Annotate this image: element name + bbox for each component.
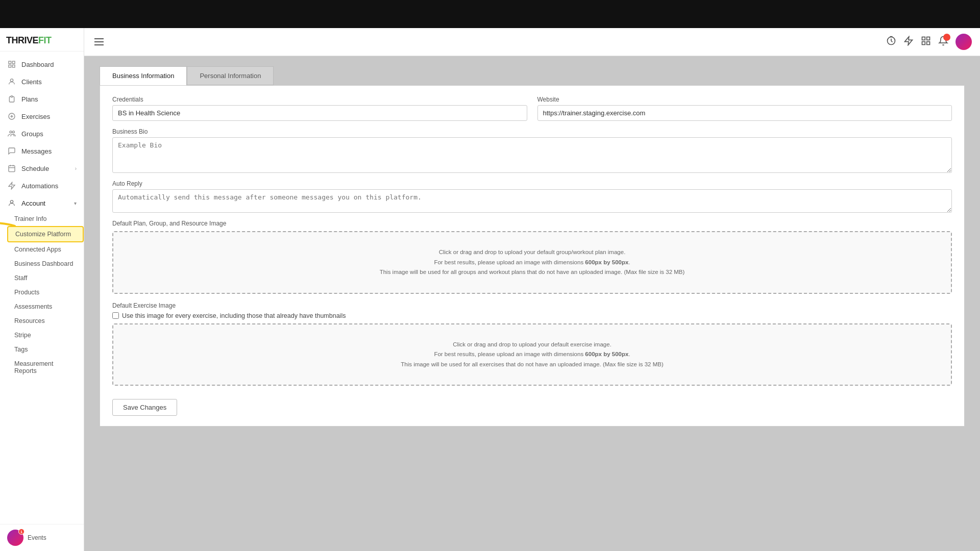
grid-icon[interactable] — [921, 36, 931, 48]
sidebar-item-label: Exercises — [21, 113, 50, 120]
hamburger-line — [94, 44, 104, 45]
sidebar-item-label: Schedule — [21, 165, 49, 172]
automations-icon — [7, 181, 16, 190]
header-icons — [886, 34, 972, 50]
tab-bar: Business Information Personal Informatio… — [100, 66, 965, 85]
plans-icon — [7, 94, 16, 104]
sidebar-item-assessments[interactable]: Assessments — [7, 299, 84, 314]
groups-icon — [7, 129, 16, 138]
default-plan-image-section: Default Plan, Group, and Resource Image … — [112, 220, 952, 294]
sub-nav-label: Trainer Info — [14, 215, 46, 222]
user-avatar: 1 — [7, 530, 23, 546]
sidebar-item-label: Groups — [21, 130, 43, 138]
sidebar-item-clients[interactable]: Clients — [0, 73, 84, 90]
schedule-icon — [7, 164, 16, 173]
sidebar-item-automations[interactable]: Automations — [0, 177, 84, 194]
header-user-avatar[interactable] — [955, 34, 972, 50]
sidebar: THRIVEFIT Dashboard Clients Plans — [0, 28, 84, 551]
hamburger-button[interactable] — [92, 36, 106, 47]
credentials-group: Credentials — [112, 96, 527, 121]
website-label: Website — [537, 96, 952, 103]
exercise-image-checkbox[interactable] — [112, 312, 119, 319]
sidebar-item-business-dashboard[interactable]: Business Dashboard — [7, 257, 84, 271]
sidebar-item-exercises[interactable]: Exercises — [0, 108, 84, 125]
default-exercise-upload-text: Click or drag and drop to upload your de… — [124, 340, 941, 370]
auto-reply-label: Auto Reply — [112, 180, 952, 187]
sidebar-item-resources[interactable]: Resources — [7, 314, 84, 328]
sidebar-item-label: Messages — [21, 147, 52, 155]
account-icon — [7, 198, 16, 208]
sidebar-item-groups[interactable]: Groups — [0, 125, 84, 142]
auto-reply-textarea[interactable] — [112, 189, 952, 213]
chevron-down-icon: ▾ — [74, 201, 77, 206]
auto-reply-group: Auto Reply — [112, 180, 952, 213]
svg-rect-0 — [9, 61, 11, 64]
clients-icon — [7, 77, 16, 86]
svg-rect-2 — [9, 65, 11, 67]
sidebar-item-plans[interactable]: Plans — [0, 90, 84, 108]
sub-nav-label: Stripe — [14, 332, 31, 339]
sub-nav-label: Customize Platform — [15, 231, 71, 238]
default-exercise-upload-zone[interactable]: Click or drag and drop to upload your de… — [112, 323, 952, 386]
default-plan-upload-text: Click or drag and drop to upload your de… — [124, 247, 941, 278]
credentials-website-row: Credentials Website — [112, 96, 952, 121]
website-group: Website — [537, 96, 952, 121]
svg-point-13 — [10, 201, 13, 203]
sidebar-item-account[interactable]: Account ▾ — [0, 194, 84, 212]
website-input[interactable] — [537, 105, 952, 121]
sidebar-item-tags[interactable]: Tags — [7, 342, 84, 357]
sidebar-item-stripe[interactable]: Stripe — [7, 328, 84, 342]
sidebar-navigation: Dashboard Clients Plans Exercises — [0, 52, 84, 524]
sidebar-item-messages[interactable]: Messages — [0, 142, 84, 160]
dashboard-icon — [7, 60, 16, 69]
sidebar-item-label: Account — [21, 199, 45, 207]
sub-nav-label: Business Dashboard — [14, 260, 73, 267]
exercise-image-checkbox-label: Use this image for every exercise, inclu… — [122, 312, 346, 319]
sidebar-item-customize-platform[interactable]: Customize Platform — [7, 226, 84, 242]
notification-badge — [943, 34, 950, 41]
sidebar-item-measurement-reports[interactable]: Measurement Reports — [7, 357, 84, 378]
hamburger-line — [94, 41, 104, 42]
notification-icon[interactable] — [938, 36, 948, 48]
bottom-user-label: Events — [28, 534, 46, 541]
timer-icon[interactable] — [886, 36, 896, 48]
sidebar-item-schedule[interactable]: Schedule › — [0, 160, 84, 177]
bio-textarea[interactable] — [112, 137, 952, 173]
sidebar-item-staff[interactable]: Staff — [7, 271, 84, 285]
sidebar-item-products[interactable]: Products — [7, 285, 84, 299]
sub-nav-label: Connected Apps — [14, 246, 61, 253]
svg-rect-1 — [12, 61, 15, 64]
avatar-badge: 1 — [18, 529, 24, 535]
app-logo: THRIVEFIT — [0, 28, 84, 52]
sub-nav-label: Measurement Reports — [14, 360, 77, 374]
tab-business-information[interactable]: Business Information — [100, 66, 187, 85]
exercise-image-checkbox-row: Use this image for every exercise, inclu… — [112, 312, 952, 319]
content-area: Business Information Personal Informatio… — [84, 56, 980, 551]
default-plan-upload-zone[interactable]: Click or drag and drop to upload your de… — [112, 231, 952, 294]
account-sub-nav: Trainer Info Customize Platform Connecte… — [0, 212, 84, 378]
default-plan-image-label: Default Plan, Group, and Resource Image — [112, 220, 952, 227]
svg-rect-3 — [12, 65, 15, 67]
bio-label: Business Bio — [112, 128, 952, 135]
svg-rect-19 — [922, 41, 925, 44]
sub-nav-label: Staff — [14, 274, 27, 282]
tab-personal-information[interactable]: Personal Information — [187, 66, 274, 85]
app-header — [84, 28, 980, 56]
lightning-icon[interactable] — [903, 36, 914, 48]
sidebar-item-trainer-info[interactable]: Trainer Info — [7, 212, 84, 226]
svg-rect-18 — [927, 37, 930, 40]
sidebar-item-connected-apps[interactable]: Connected Apps — [7, 242, 84, 257]
sub-nav-label: Resources — [14, 317, 45, 324]
svg-marker-12 — [9, 182, 15, 189]
default-exercise-image-label: Default Exercise Image — [112, 302, 952, 309]
sidebar-item-dashboard[interactable]: Dashboard — [0, 56, 84, 73]
credentials-label: Credentials — [112, 96, 527, 103]
save-changes-button[interactable]: Save Changes — [112, 399, 177, 416]
credentials-input[interactable] — [112, 105, 527, 121]
sidebar-item-label: Automations — [21, 182, 58, 190]
hamburger-line — [94, 38, 104, 39]
sidebar-item-label: Dashboard — [21, 61, 54, 68]
bio-group: Business Bio — [112, 128, 952, 173]
sidebar-bottom[interactable]: 1 Events — [0, 524, 84, 551]
svg-rect-17 — [922, 37, 925, 40]
